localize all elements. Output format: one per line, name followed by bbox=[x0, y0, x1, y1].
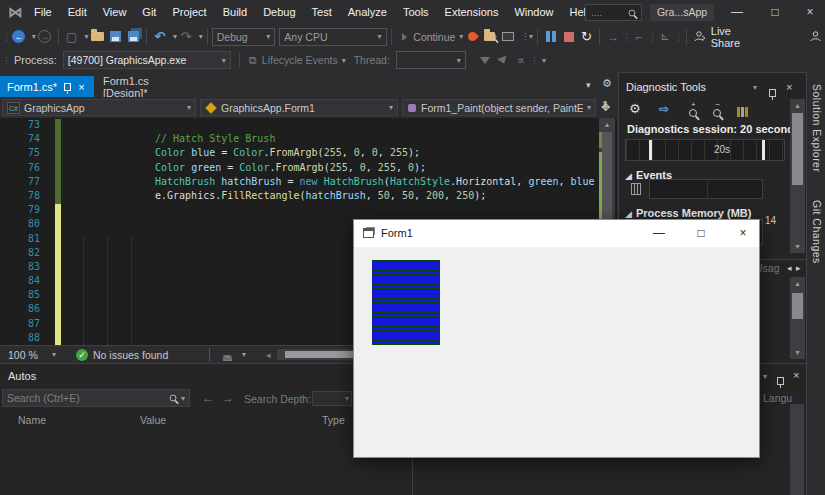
scrollbar-thumb[interactable] bbox=[792, 113, 803, 185]
thread-overflow-dropdown-icon[interactable]: ▾ bbox=[542, 56, 546, 65]
suspend-threads-icon[interactable]: ∝ bbox=[512, 51, 530, 69]
new-project-icon[interactable]: ▢ bbox=[63, 28, 81, 46]
stop-debugging-icon[interactable] bbox=[560, 28, 578, 46]
scroll-up-icon[interactable]: ▲ bbox=[790, 280, 805, 287]
form-close-button[interactable]: × bbox=[726, 220, 760, 247]
autos-search-input[interactable]: Search (Ctrl+E) ▾ bbox=[2, 389, 190, 407]
thread-overflow-dots[interactable]: ⋮ bbox=[530, 55, 538, 65]
show-next-statement-icon[interactable]: → bbox=[604, 28, 622, 46]
application-state-dropdown-icon[interactable]: ⋮▾ bbox=[521, 32, 533, 41]
column-header-language[interactable]: Langu bbox=[763, 392, 793, 404]
break-all-icon[interactable] bbox=[542, 28, 560, 46]
zoom-in-icon[interactable]: + bbox=[689, 103, 697, 121]
panel-pin-icon[interactable] bbox=[769, 89, 776, 97]
solution-platform-dropdown[interactable]: Any CPU▾ bbox=[279, 28, 386, 46]
menu-item-file[interactable]: File bbox=[26, 0, 60, 25]
redo-dropdown-icon[interactable]: ▾ bbox=[199, 32, 203, 41]
restart-icon[interactable]: ↻ bbox=[578, 28, 596, 46]
search-options-caret-icon[interactable]: ▾ bbox=[181, 394, 185, 403]
code-line-79[interactable]: 79 bbox=[0, 204, 597, 218]
form1-window[interactable]: Form1 — □ × bbox=[353, 219, 760, 458]
navigate-back-icon[interactable]: ← bbox=[10, 28, 28, 46]
form-minimize-button[interactable]: — bbox=[642, 220, 676, 247]
live-share-icon[interactable] bbox=[691, 28, 709, 46]
menu-item-view[interactable]: View bbox=[95, 0, 135, 25]
tab-scroll-right-icon[interactable]: ▸ bbox=[796, 263, 801, 273]
column-header-name[interactable]: Name bbox=[18, 414, 46, 426]
debug-toolbar-grip[interactable]: ⋮ bbox=[2, 55, 10, 65]
tab-form1-cs[interactable]: Form1.cs* × bbox=[0, 76, 94, 97]
zoom-out-icon[interactable]: − bbox=[713, 103, 721, 121]
code-cleanup-icon[interactable]: ◛ bbox=[222, 348, 233, 361]
column-header-value[interactable]: Value bbox=[140, 414, 166, 426]
menu-item-window[interactable]: Window bbox=[506, 0, 561, 25]
save-all-icon[interactable] bbox=[124, 28, 142, 46]
continue-button[interactable]: Continue bbox=[413, 31, 455, 43]
timeline-handle-right[interactable] bbox=[762, 140, 765, 160]
lifecycle-events-dropdown-icon[interactable]: ▾ bbox=[342, 56, 346, 65]
save-icon[interactable] bbox=[106, 28, 124, 46]
column-header-type[interactable]: Type bbox=[322, 414, 345, 426]
code-line-78[interactable]: 78e.Graphics.FillRectangle(hatchBrush, 5… bbox=[0, 190, 597, 204]
collapse-icon[interactable]: ◢ bbox=[625, 171, 632, 181]
code-line-76[interactable]: 76Color green = Color.FromArgb(255, 0, 2… bbox=[0, 162, 597, 176]
menu-item-debug[interactable]: Debug bbox=[255, 0, 303, 25]
scroll-left-icon[interactable]: ◂ bbox=[266, 350, 271, 360]
lifecycle-events-button[interactable]: Lifecycle Events bbox=[262, 54, 338, 66]
application-state-icon[interactable] bbox=[499, 28, 517, 46]
session-timeline[interactable]: 20s bbox=[625, 139, 785, 161]
menu-item-test[interactable]: Test bbox=[304, 0, 340, 25]
menu-item-extensions[interactable]: Extensions bbox=[437, 0, 507, 25]
scroll-down-icon[interactable]: ▼ bbox=[790, 243, 805, 250]
menu-item-analyze[interactable]: Analyze bbox=[340, 0, 395, 25]
close-button[interactable]: × bbox=[795, 0, 825, 25]
form-maximize-button[interactable]: □ bbox=[684, 220, 718, 247]
diagnostics-settings-icon[interactable]: ⚙ bbox=[629, 101, 641, 116]
tab-git-changes[interactable]: Git Changes bbox=[811, 200, 823, 264]
panel-pin-icon[interactable] bbox=[777, 377, 784, 385]
menu-item-git[interactable]: Git bbox=[134, 0, 164, 25]
tab-scroll-left-icon[interactable]: ◂ bbox=[787, 263, 792, 273]
undo-icon[interactable]: ↶ bbox=[151, 28, 169, 46]
code-line-75[interactable]: 75Color blue = Color.FromArgb(255, 0, 0,… bbox=[0, 147, 597, 161]
code-line-73[interactable]: 73 bbox=[0, 119, 597, 133]
code-line-77[interactable]: 77HatchBrush hatchBrush = new HatchBrush… bbox=[0, 176, 597, 190]
search-prev-icon[interactable]: ← bbox=[202, 391, 214, 405]
menu-item-tools[interactable]: Tools bbox=[395, 0, 437, 25]
breadcrumb-project-dropdown[interactable]: C# GraphicsApp ▾ bbox=[2, 99, 196, 116]
editor-zoom-caret-icon[interactable]: ▾ bbox=[52, 350, 56, 359]
minimize-button[interactable]: — bbox=[722, 0, 752, 25]
split-editor-handle[interactable]: ⇕ bbox=[601, 99, 609, 110]
window-overflow-dots[interactable]: ⋮ bbox=[674, 32, 682, 42]
solution-configuration-dropdown[interactable]: Debug▾ bbox=[212, 28, 276, 46]
flag-threads-icon[interactable] bbox=[476, 51, 494, 69]
usage-scrollbar[interactable]: ▲ ▼ bbox=[790, 277, 805, 359]
toolbar-grip[interactable]: ⋮ bbox=[2, 32, 10, 42]
breakpoint-window-icon[interactable]: ⊾ bbox=[656, 28, 674, 46]
reset-view-icon[interactable] bbox=[737, 103, 748, 121]
find-in-files-icon[interactable] bbox=[481, 28, 499, 46]
process-dropdown[interactable]: [49700] GraphicsApp.exe▾ bbox=[63, 51, 231, 69]
timeline-handle-left[interactable] bbox=[649, 140, 652, 160]
panel-close-icon[interactable]: × bbox=[786, 81, 792, 93]
scroll-up-icon[interactable]: ▲ bbox=[599, 121, 615, 128]
scroll-up-icon[interactable]: ▲ bbox=[790, 102, 805, 109]
scrollbar-thumb[interactable] bbox=[792, 293, 803, 319]
scroll-down-icon[interactable]: ▼ bbox=[790, 349, 805, 356]
tab-form1-cs-design[interactable]: Form1.cs [Design]* bbox=[96, 76, 200, 97]
search-depth-dropdown[interactable]: ▾ bbox=[312, 391, 352, 406]
quick-search-box[interactable]: .... bbox=[585, 4, 642, 21]
menu-item-build[interactable]: Build bbox=[215, 0, 255, 25]
form1-title-bar[interactable]: Form1 — □ × bbox=[354, 220, 759, 247]
maximize-button[interactable]: □ bbox=[760, 0, 790, 25]
menu-item-project[interactable]: Project bbox=[164, 0, 214, 25]
thread-dropdown[interactable]: ▾ bbox=[396, 51, 466, 69]
diagnostics-scrollbar[interactable]: ▲ ▼ bbox=[790, 99, 805, 253]
menu-item-edit[interactable]: Edit bbox=[60, 0, 95, 25]
editor-zoom-dropdown[interactable]: 100 % bbox=[8, 349, 38, 361]
panel-menu-icon[interactable]: ▾ bbox=[753, 83, 757, 92]
navigate-forward-icon[interactable]: → bbox=[36, 28, 54, 46]
step-overflow-dots[interactable]: ⋮ bbox=[648, 32, 656, 42]
panel-menu-icon[interactable]: ▾ bbox=[763, 372, 767, 381]
feedback-icon[interactable] bbox=[807, 28, 825, 46]
